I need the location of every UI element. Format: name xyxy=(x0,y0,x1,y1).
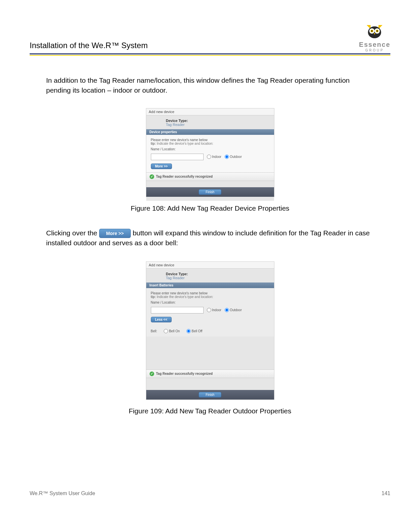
instruction-text: Please enter new device's name below xyxy=(151,138,269,142)
name-input[interactable] xyxy=(151,154,204,160)
owl-icon xyxy=(364,23,385,40)
instruction-text: Please enter new device's name below xyxy=(151,291,269,295)
divider xyxy=(30,53,390,54)
tip-text: tip: Indicate the device's type and loca… xyxy=(151,142,269,145)
bell-on-radio[interactable]: Bell On xyxy=(164,329,180,333)
name-label: Name / Location: xyxy=(151,301,269,304)
page-header-title: Installation of the We.R™ System xyxy=(30,41,148,50)
tip-text: tip: Indicate the device's type and loca… xyxy=(151,295,269,299)
success-bar: ✓ Tag Reader successfully recognized xyxy=(146,172,274,181)
device-type: Device Type: Tag Reader xyxy=(146,115,274,129)
indoor-radio[interactable]: Indoor xyxy=(207,308,221,312)
dialog-add-device-basic: Add new device Device Type: Tag Reader D… xyxy=(146,108,274,197)
name-label: Name / Location: xyxy=(151,147,269,151)
more-button[interactable]: More >> xyxy=(151,163,172,169)
dialog-title: Add new device xyxy=(146,262,274,269)
page-number: 141 xyxy=(381,490,390,496)
svg-point-5 xyxy=(371,30,373,32)
less-button[interactable]: Less << xyxy=(151,317,172,322)
dialog-add-device-expanded: Add new device Device Type: Tag Reader I… xyxy=(146,261,274,400)
section-header-properties: Device properties xyxy=(146,129,274,135)
svg-point-6 xyxy=(377,30,378,32)
body-paragraph-1: In addition to the Tag Reader name/locat… xyxy=(46,75,374,96)
device-type: Device Type: Tag Reader xyxy=(146,269,274,282)
brand-logo: Essence GROUP xyxy=(359,23,390,52)
device-type-label: Device Type: xyxy=(166,119,188,123)
name-input[interactable] xyxy=(151,307,204,313)
check-icon: ✓ xyxy=(150,174,154,179)
device-type-value: Tag Reader xyxy=(166,276,185,280)
logo-text: Essence xyxy=(359,41,390,48)
device-type-label: Device Type: xyxy=(166,272,188,276)
figure-108-caption: Figure 108: Add New Tag Reader Device Pr… xyxy=(46,204,374,212)
dialog-title: Add new device xyxy=(146,108,274,115)
figure-109-caption: Figure 109: Add New Tag Reader Outdoor P… xyxy=(46,407,374,415)
device-type-value: Tag Reader xyxy=(166,123,185,127)
logo-subtext: GROUP xyxy=(359,48,390,52)
bell-off-radio[interactable]: Bell Off xyxy=(186,329,203,333)
outdoor-radio[interactable]: Outdoor xyxy=(225,308,242,312)
more-button-inline: More >> xyxy=(99,229,131,238)
success-text: Tag Reader successfully recognized xyxy=(156,175,213,178)
check-icon: ✓ xyxy=(150,371,154,376)
indoor-radio[interactable]: Indoor xyxy=(207,155,221,159)
success-bar: ✓ Tag Reader successfully recognized xyxy=(146,370,274,378)
body-paragraph-2: Clicking over the More >> button will ex… xyxy=(46,228,374,248)
footer-left: We.R™ System User Guide xyxy=(30,490,95,496)
finish-button[interactable]: Finish xyxy=(199,189,221,195)
section-header-insert: Insert Batteries xyxy=(146,282,274,288)
success-text: Tag Reader successfully recognized xyxy=(156,372,213,375)
bell-label: Bell: xyxy=(151,329,157,333)
finish-button[interactable]: Finish xyxy=(199,392,221,398)
outdoor-radio[interactable]: Outdoor xyxy=(225,155,242,159)
